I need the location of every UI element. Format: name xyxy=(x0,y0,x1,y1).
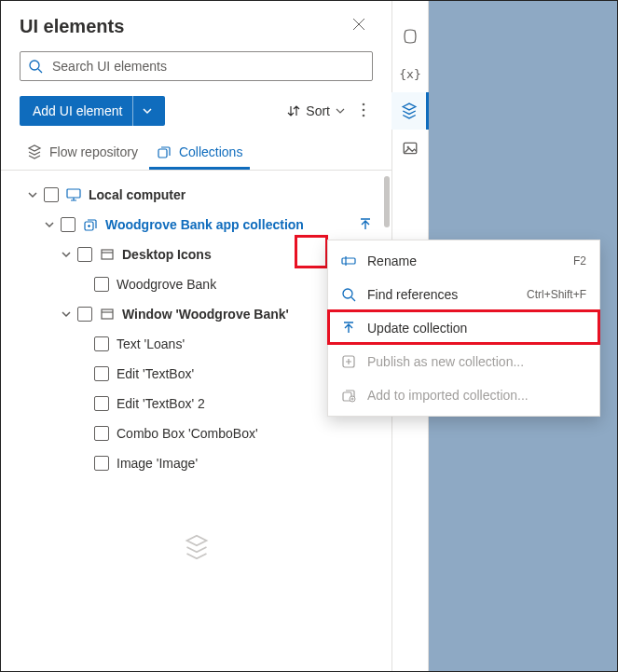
more-vertical-icon xyxy=(362,103,365,117)
collection-icon xyxy=(83,217,98,232)
svg-rect-14 xyxy=(342,258,355,264)
checkbox[interactable] xyxy=(77,307,92,322)
menu-label: Publish as new collection... xyxy=(367,354,586,369)
svg-line-1 xyxy=(38,69,42,73)
context-menu: Rename F2 Find references Ctrl+Shift+F U… xyxy=(327,240,600,417)
collections-icon xyxy=(157,144,172,159)
menu-label: Add to imported collection... xyxy=(367,388,586,403)
sort-button[interactable]: Sort xyxy=(282,100,350,122)
strip-layers-button[interactable] xyxy=(391,92,429,130)
svg-line-17 xyxy=(351,297,355,301)
chevron-down-icon xyxy=(336,106,345,116)
tabs: Flow repository Collections xyxy=(1,135,391,171)
upload-icon xyxy=(341,321,356,336)
expand-toggle[interactable] xyxy=(42,217,57,232)
checkbox[interactable] xyxy=(61,217,76,232)
close-button[interactable] xyxy=(345,14,373,38)
menu-label: Update collection xyxy=(367,321,586,336)
svg-point-16 xyxy=(343,289,352,298)
tree-label: Desktop Icons xyxy=(122,247,212,262)
search-input-wrapper[interactable] xyxy=(20,51,373,81)
menu-find-references[interactable]: Find references Ctrl+Shift+F xyxy=(328,278,599,311)
search-icon xyxy=(28,59,43,74)
svg-rect-6 xyxy=(67,189,80,198)
collection-add-icon xyxy=(341,388,356,403)
checkbox[interactable] xyxy=(44,187,59,202)
tree-label: Text 'Loans' xyxy=(117,336,185,351)
search-icon xyxy=(341,287,356,302)
tree-leaf[interactable]: Combo Box 'ComboBox' xyxy=(1,418,391,448)
strip-copilot-button[interactable] xyxy=(391,18,429,55)
add-ui-element-button[interactable]: Add UI element xyxy=(20,96,165,126)
checkbox[interactable] xyxy=(77,247,92,262)
search-input[interactable] xyxy=(50,58,364,75)
tree-label: Woodgrove Bank app collection xyxy=(105,217,304,232)
repository-icon xyxy=(27,144,42,159)
chevron-down-icon xyxy=(28,190,37,199)
svg-point-4 xyxy=(363,114,365,117)
menu-shortcut: F2 xyxy=(573,254,586,267)
tab-collections[interactable]: Collections xyxy=(149,135,250,170)
svg-point-3 xyxy=(363,108,365,111)
tree-label: Edit 'TextBox' xyxy=(117,366,194,381)
tab-label: Collections xyxy=(179,144,242,159)
add-ui-element-label: Add UI element xyxy=(33,103,123,118)
svg-point-2 xyxy=(363,103,365,105)
menu-update-collection[interactable]: Update collection xyxy=(328,311,599,345)
strip-images-button[interactable] xyxy=(391,130,429,167)
svg-rect-10 xyxy=(102,309,113,319)
menu-add-to-imported: Add to imported collection... xyxy=(328,378,599,412)
tree-label: Window 'Woodgrove Bank' xyxy=(122,307,289,322)
image-icon xyxy=(402,140,419,157)
tree-label: Woodgrove Bank xyxy=(117,277,216,292)
checkbox[interactable] xyxy=(94,456,109,471)
svg-point-0 xyxy=(30,61,39,70)
window-icon xyxy=(100,247,115,262)
panel-header: UI elements xyxy=(1,1,391,46)
menu-rename[interactable]: Rename F2 xyxy=(328,244,599,278)
strip-variables-button[interactable]: {x} xyxy=(391,55,429,92)
empty-stack-icon xyxy=(1,478,391,560)
menu-publish-new-collection: Publish as new collection... xyxy=(328,345,599,378)
monitor-icon xyxy=(66,187,81,202)
checkbox[interactable] xyxy=(94,396,109,411)
expand-toggle[interactable] xyxy=(59,247,74,262)
close-icon xyxy=(352,18,365,31)
layers-icon xyxy=(401,103,418,119)
svg-rect-8 xyxy=(102,250,113,259)
menu-label: Rename xyxy=(367,254,562,268)
window-icon xyxy=(100,307,115,322)
expand-toggle[interactable] xyxy=(25,187,40,202)
checkbox[interactable] xyxy=(94,366,109,381)
add-split-chevron[interactable] xyxy=(132,96,161,126)
tree-node-root[interactable]: Local computer xyxy=(1,180,391,210)
upload-icon xyxy=(358,217,373,232)
tree-node-collection[interactable]: Woodgrove Bank app collection xyxy=(1,210,391,240)
tab-label: Flow repository xyxy=(49,144,138,159)
checkbox[interactable] xyxy=(94,277,109,292)
menu-label: Find references xyxy=(367,287,515,302)
plus-box-icon xyxy=(341,354,356,369)
chevron-down-icon xyxy=(45,220,54,229)
chevron-down-icon xyxy=(62,309,71,319)
chevron-down-icon xyxy=(62,250,71,259)
svg-rect-5 xyxy=(158,149,167,158)
scrollbar[interactable] xyxy=(384,176,390,227)
tree-leaf[interactable]: Image 'Image' xyxy=(1,448,391,478)
copilot-icon xyxy=(402,28,419,45)
tab-flow-repository[interactable]: Flow repository xyxy=(20,135,145,170)
more-actions-button[interactable] xyxy=(354,99,373,124)
panel-title: UI elements xyxy=(20,16,124,37)
tree-label: Edit 'TextBox' 2 xyxy=(117,396,205,411)
expand-toggle[interactable] xyxy=(59,307,74,322)
rename-icon xyxy=(341,254,356,268)
menu-shortcut: Ctrl+Shift+F xyxy=(527,288,586,301)
chevron-down-icon xyxy=(143,106,152,116)
sort-label: Sort xyxy=(306,103,330,118)
update-collection-inline-button[interactable] xyxy=(350,210,380,240)
tree-label: Image 'Image' xyxy=(117,456,198,471)
checkbox[interactable] xyxy=(94,426,109,441)
checkbox[interactable] xyxy=(94,336,109,351)
tree-label: Combo Box 'ComboBox' xyxy=(117,426,258,441)
sort-icon xyxy=(287,104,300,117)
